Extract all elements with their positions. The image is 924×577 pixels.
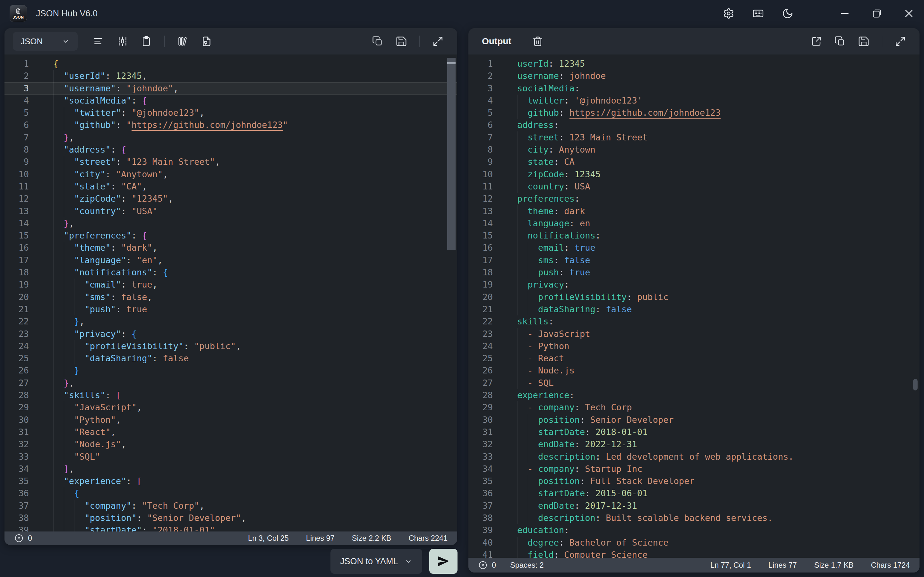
indent-guide	[517, 205, 528, 218]
indent-guide	[53, 242, 64, 254]
code-text: "address": {	[53, 143, 126, 156]
save-icon	[858, 35, 869, 47]
indent-guide	[517, 328, 528, 340]
scrollbar-thumb[interactable]	[447, 58, 456, 250]
line-number: 8	[468, 143, 504, 156]
indent-guide	[64, 242, 74, 254]
indent-guide	[64, 316, 74, 327]
format-select[interactable]: JSON	[13, 32, 78, 51]
indent-guide	[517, 487, 528, 500]
input-toolbar: JSON	[5, 28, 457, 55]
code-text: - SQL	[517, 377, 554, 389]
indent-guide	[53, 229, 64, 242]
conversion-select[interactable]: JSON to YAML	[330, 549, 422, 574]
copy-output-button[interactable]	[832, 33, 848, 50]
line-number: 32	[5, 438, 40, 450]
line-number: 29	[5, 401, 40, 414]
code-text: position: Senior Developer	[517, 414, 674, 426]
minify-button[interactable]	[114, 33, 131, 50]
code-line: 24- Python	[468, 340, 919, 352]
code-line: 10zipCode: 12345	[468, 168, 919, 181]
line-number: 22	[468, 316, 504, 327]
indent-guide	[53, 389, 64, 401]
indent-guide	[64, 107, 74, 119]
indent-guide	[64, 414, 74, 426]
moon-icon	[782, 8, 793, 19]
line-number: 18	[5, 266, 40, 279]
line-number: 4	[468, 95, 504, 107]
code-text: description: Built scalable backend serv…	[517, 512, 773, 524]
code-line: 23"privacy": {	[5, 328, 457, 340]
output-panel: Output	[468, 28, 919, 572]
format-document-button[interactable]	[90, 33, 107, 50]
yaml-output-editor[interactable]: 1userId: 123452username: johndoe3socialM…	[468, 55, 919, 558]
indent-guide	[517, 303, 528, 316]
line-number: 39	[468, 524, 504, 536]
line-number: 20	[5, 291, 40, 303]
indent-guide	[53, 328, 64, 340]
send-icon	[437, 555, 450, 568]
code-text: "email": true,	[53, 279, 158, 291]
line-number: 16	[468, 242, 504, 254]
paste-button[interactable]	[138, 33, 155, 50]
chevron-down-icon	[404, 557, 413, 566]
code-text: }	[53, 364, 79, 377]
indent-guide	[53, 95, 64, 107]
code-line: 6"github": "https://github.com/johndoe12…	[5, 119, 457, 131]
theme-toggle-button[interactable]	[780, 5, 796, 21]
minimize-button[interactable]	[837, 5, 853, 21]
maximize-button[interactable]	[869, 5, 885, 21]
line-count: Lines 77	[768, 561, 797, 570]
line-number: 9	[5, 156, 40, 168]
expand-output-button[interactable]	[892, 33, 909, 50]
load-sample-button[interactable]	[198, 33, 215, 50]
indent-guide	[64, 328, 74, 340]
line-number: 5	[5, 107, 40, 119]
code-line: 21dataSharing: false	[468, 303, 919, 316]
line-number: 35	[5, 475, 40, 487]
code-line: 10"city": "Anytown",	[5, 168, 457, 181]
code-text: dataSharing: false	[517, 303, 632, 316]
save-output-button[interactable]	[855, 33, 872, 50]
line-number: 14	[468, 218, 504, 229]
keyboard-button[interactable]	[750, 5, 766, 21]
code-line: 34],	[5, 463, 457, 475]
clear-output-button[interactable]	[529, 33, 546, 50]
settings-button[interactable]	[720, 5, 737, 21]
line-number: 6	[468, 119, 504, 131]
code-text: - company: Startup Inc	[517, 463, 642, 475]
save-input-button[interactable]	[393, 33, 410, 50]
json-editor-scrollbar[interactable]	[447, 58, 456, 526]
indent-guide	[517, 512, 528, 524]
json-editor[interactable]: 1{2"userId": 12345,3"username": "johndoe…	[5, 55, 457, 532]
line-number: 31	[5, 426, 40, 438]
code-text: startDate: 2018-01-01	[517, 426, 648, 438]
code-line: 14},	[5, 218, 457, 229]
code-line: 29- company: Tech Corp	[468, 401, 919, 414]
indent-guide	[53, 463, 64, 475]
indent-guide	[517, 254, 528, 266]
line-number: 5	[468, 107, 504, 119]
indent-guide	[517, 401, 528, 414]
copy-input-button[interactable]	[369, 33, 386, 50]
line-number: 21	[5, 303, 40, 316]
indent-guide	[53, 414, 64, 426]
output-scrollbar-thumb[interactable]	[913, 379, 918, 390]
expand-input-button[interactable]	[430, 33, 446, 50]
indent-guide	[53, 303, 64, 316]
code-line: 2username: johndoe	[468, 70, 919, 82]
file-size: Size 1.7 KB	[814, 561, 854, 570]
code-line: 19"email": true,	[5, 279, 457, 291]
indent-guide	[517, 131, 528, 143]
code-text: - Python	[517, 340, 569, 352]
indent-guide	[517, 475, 528, 487]
indent-guide	[517, 107, 528, 119]
indent-guide	[53, 364, 64, 377]
line-number: 17	[468, 254, 504, 266]
convert-button[interactable]	[429, 549, 457, 574]
share-output-button[interactable]	[808, 33, 825, 50]
close-button[interactable]	[901, 5, 917, 21]
code-text: ],	[53, 463, 74, 475]
library-button[interactable]	[174, 33, 191, 50]
toolbar-separator	[419, 35, 420, 47]
